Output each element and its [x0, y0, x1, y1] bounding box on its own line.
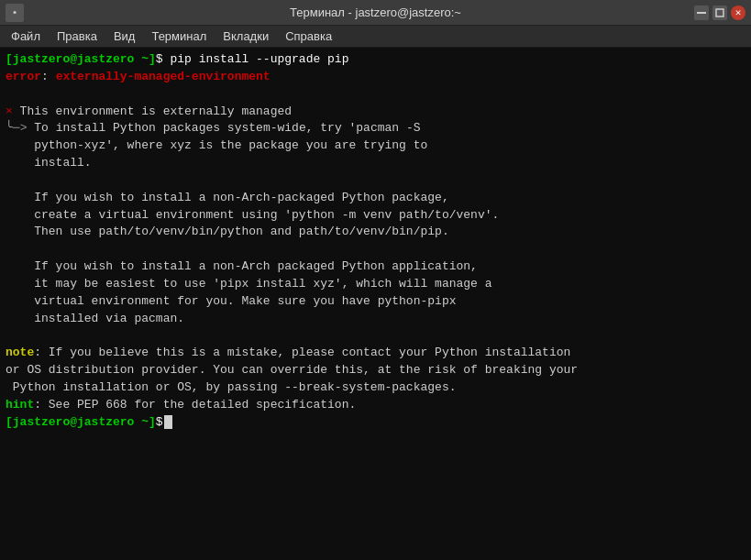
terminal: [jastzero@jastzero ~]$ pip install --upg…	[0, 48, 751, 560]
menu-file[interactable]: Файл	[4, 27, 48, 45]
titlebar-title: Терминал - jastzero@jastzero:~	[290, 5, 461, 19]
close-button[interactable]: ✕	[731, 5, 745, 20]
line-blank4	[6, 328, 745, 346]
titlebar-left: ▪	[6, 4, 24, 22]
line-note2: or OS distribution provider. You can ove…	[6, 362, 745, 379]
line-venv-use: Then use path/to/venv/bin/python and pat…	[6, 224, 745, 241]
titlebar: ▪ Терминал - jastzero@jastzero:~ ✕	[0, 0, 751, 26]
line-venv-create: create a virtual environment using 'pyth…	[6, 207, 745, 225]
line-pipx-easy: it may be easiest to use 'pipx install x…	[6, 276, 745, 293]
line-arrow: ╰─> To install Python packages system-wi…	[6, 120, 745, 137]
minimize-button[interactable]	[694, 5, 709, 20]
svg-rect-1	[716, 9, 723, 16]
line-error: error: externally-managed-environment	[6, 69, 745, 86]
line-cross: × This environment is externally managed	[6, 104, 745, 121]
menu-terminal[interactable]: Терминал	[144, 27, 214, 45]
menu-help[interactable]: Справка	[278, 27, 339, 45]
line-hint: hint: See PEP 668 for the detailed speci…	[6, 397, 745, 414]
line-venv-intro: If you wish to install a non-Arch-packag…	[6, 190, 745, 207]
terminal-icon: ▪	[6, 4, 24, 22]
titlebar-controls: ✕	[694, 5, 745, 20]
line-pkg1: python-xyz', where xyz is the package yo…	[6, 137, 745, 155]
line-prompt-final: [jastzero@jastzero ~]$	[6, 414, 745, 432]
maximize-button[interactable]	[712, 5, 727, 20]
menu-view[interactable]: Вид	[106, 27, 143, 45]
svg-rect-0	[697, 12, 706, 14]
line-blank3	[6, 241, 745, 258]
line-pipx-intro: If you wish to install a non-Arch packag…	[6, 258, 745, 276]
line-pipx-inst: installed via pacman.	[6, 311, 745, 328]
line-note3: Python installation or OS, by passing --…	[6, 379, 745, 397]
menu-edit[interactable]: Правка	[50, 27, 105, 45]
menu-tabs[interactable]: Вкладки	[215, 27, 276, 45]
line-install: install.	[6, 155, 745, 172]
line-blank1	[6, 86, 745, 104]
menubar: Файл Правка Вид Терминал Вкладки Справка	[0, 26, 751, 48]
line-note1: note: If you believe this is a mistake, …	[6, 345, 745, 362]
line-pipx-venv: virtual environment for you. Make sure y…	[6, 293, 745, 311]
line-command: [jastzero@jastzero ~]$ pip install --upg…	[6, 51, 745, 69]
line-blank2	[6, 172, 745, 190]
